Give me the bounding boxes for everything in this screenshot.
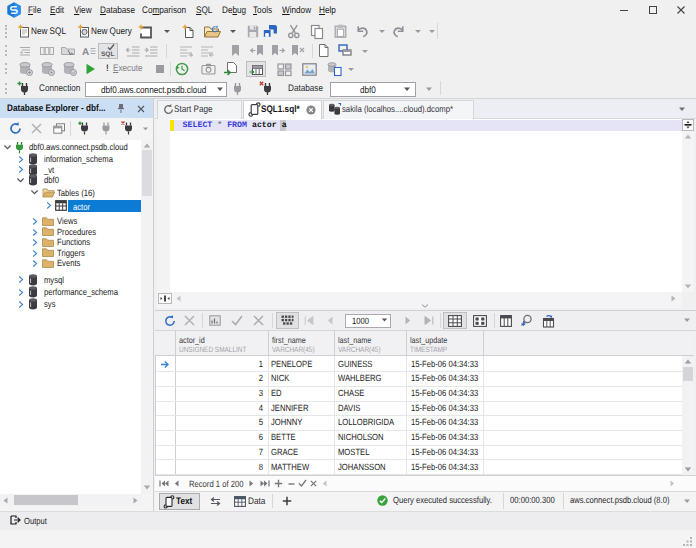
svg-text:A: A [82,47,89,58]
svg-text:SQL: SQL [101,51,114,58]
